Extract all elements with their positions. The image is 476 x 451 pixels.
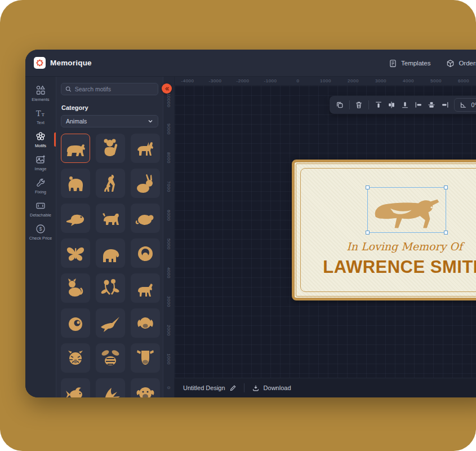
motif-kitten[interactable] (61, 273, 90, 303)
duplicate-button[interactable] (333, 98, 346, 112)
motif-bear[interactable] (61, 169, 90, 198)
rabbit-icon (134, 172, 157, 194)
motif-curled-possum[interactable] (61, 308, 90, 338)
h-ruler-tick: -4000 (181, 78, 194, 83)
sidebar-item-image[interactable]: Image (25, 151, 56, 174)
side-nav: Elements Tт Text Motifs (25, 77, 56, 397)
motif-floral[interactable] (96, 273, 125, 303)
v-ruler-tick: 0 (166, 387, 171, 390)
download-button[interactable]: Download (252, 384, 291, 392)
sidebar-item-check-price[interactable]: $ Check Price (25, 220, 56, 244)
motif-elephant[interactable] (96, 238, 125, 268)
cow-icon (134, 347, 157, 369)
selection-handle[interactable] (444, 231, 448, 235)
labrador-icon (134, 312, 157, 334)
svg-text:т: т (42, 110, 45, 117)
motif-lion[interactable] (131, 238, 160, 268)
motif-eagle[interactable] (96, 378, 125, 397)
h-ruler-tick: 4000 (403, 78, 414, 83)
selection-handle[interactable] (366, 231, 370, 235)
toolbar-separator (368, 100, 369, 109)
motif-cow[interactable] (131, 343, 160, 373)
sidebar-item-label: Detachable (30, 213, 51, 218)
tiger-icon (64, 347, 87, 369)
motif-horse[interactable] (131, 134, 160, 163)
motif-goldfish[interactable] (61, 378, 90, 397)
fixing-icon (35, 178, 46, 188)
design-canvas[interactable]: 0° (175, 86, 476, 378)
sidebar-item-detachable[interactable]: Detachable (25, 197, 56, 220)
align-middle-vertical-button[interactable] (425, 98, 438, 112)
selection-handle[interactable] (444, 185, 448, 189)
orders-label: Orders (459, 60, 476, 67)
motif-platypus[interactable] (61, 204, 90, 233)
motif-possum[interactable] (131, 204, 160, 233)
motif-koala[interactable] (96, 134, 125, 163)
motif-pony[interactable] (131, 273, 160, 303)
sidebar-item-text[interactable]: Tт Text (25, 105, 56, 128)
motifs-panel: Category Animals (56, 77, 163, 397)
canvas-toolbar: 0° (330, 96, 476, 114)
trash-icon (354, 100, 363, 109)
h-ruler-tick: 3000 (375, 78, 386, 83)
motifs-icon (35, 131, 46, 142)
orders-button[interactable]: Orders (446, 59, 476, 68)
motif-butterfly[interactable] (61, 238, 90, 268)
double-chevron-left-icon (164, 86, 170, 92)
sidebar-item-motifs[interactable]: Motifs (25, 128, 56, 151)
bull-icon (64, 137, 87, 160)
search-input[interactable] (75, 86, 154, 92)
card-memory-text[interactable]: In Loving Memory Of (295, 240, 476, 253)
motif-bee[interactable] (96, 343, 125, 373)
templates-icon (389, 59, 397, 68)
v-ruler-tick: 8000 (166, 152, 171, 163)
search-box (61, 83, 158, 95)
motif-puppy[interactable] (96, 204, 125, 233)
category-dropdown[interactable]: Animals (61, 115, 158, 127)
download-label: Download (264, 384, 291, 391)
align-left-button[interactable] (412, 98, 425, 112)
card-name-text[interactable]: LAWRENCE SMITH (295, 257, 476, 277)
sidebar-item-label: Check Price (29, 236, 52, 241)
horse-icon (134, 137, 157, 160)
motif-pug[interactable] (131, 378, 160, 397)
sidebar-item-elements[interactable]: Elements (25, 82, 56, 105)
download-icon (252, 384, 260, 392)
category-value: Animals (66, 118, 87, 125)
selection-handle[interactable] (366, 185, 370, 189)
sidebar-item-fixing[interactable]: Fixing (25, 174, 56, 197)
v-ruler-tick: 10000 (166, 94, 171, 108)
svg-text:T: T (36, 109, 41, 117)
collapse-panel-button[interactable] (162, 83, 172, 94)
h-ruler-tick: 0 (297, 78, 300, 83)
motif-rabbit[interactable] (131, 169, 160, 198)
chevron-down-icon (148, 118, 153, 124)
align-right-button[interactable] (439, 98, 451, 112)
lion-icon (134, 242, 157, 264)
search-icon (65, 86, 72, 92)
delete-button[interactable] (353, 98, 366, 112)
memorial-card[interactable]: In Loving Memory Of LAWRENCE SMITH (292, 160, 476, 300)
svg-text:$: $ (39, 226, 42, 232)
templates-label: Templates (401, 60, 430, 67)
motif-bull[interactable] (61, 134, 90, 163)
design-name-button[interactable]: Untitled Design (183, 384, 237, 392)
align-top-button[interactable] (372, 98, 385, 112)
motif-labrador[interactable] (131, 308, 160, 338)
eagle-icon (99, 382, 122, 397)
motif-marlin[interactable] (96, 308, 125, 338)
align-left-icon (414, 100, 423, 109)
motif-kangaroo[interactable] (96, 169, 125, 198)
v-ruler-tick: 7000 (166, 181, 171, 192)
content-row: Elements Tт Text Motifs (25, 77, 476, 397)
templates-button[interactable]: Templates (389, 59, 430, 68)
align-bottom-button[interactable] (399, 98, 411, 112)
rotation-control[interactable]: 0° (454, 98, 476, 112)
check-price-icon: $ (35, 224, 46, 234)
align-center-horizontal-button[interactable] (386, 98, 398, 112)
pug-icon (134, 382, 157, 397)
motif-tiger[interactable] (61, 343, 90, 373)
selected-bull-motif[interactable] (367, 187, 446, 233)
possum-icon (134, 207, 157, 229)
sidebar-item-label: Elements (32, 97, 49, 102)
